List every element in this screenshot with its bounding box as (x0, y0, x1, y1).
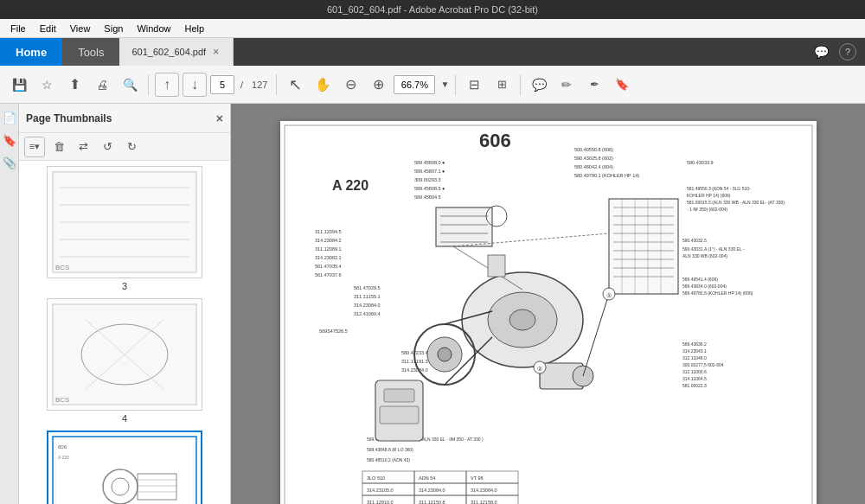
select-tool[interactable]: ↖ (283, 73, 307, 97)
fit-button[interactable]: ⊟ (462, 73, 486, 97)
svg-text:311.12150.8: 311.12150.8 (419, 500, 445, 504)
menu-file[interactable]: File (3, 22, 33, 35)
svg-text:589.45808.0 ●: 589.45808.0 ● (414, 160, 445, 165)
svg-text:599.43848.8 (R LO 360): 599.43848.8 (R LO 360) (367, 447, 413, 452)
svg-text:589.45808.5 ●: 589.45808.5 ● (414, 186, 445, 191)
rotate-button[interactable]: ⊞ (490, 73, 514, 97)
prev-page-button[interactable]: ↑ (155, 73, 179, 97)
hand-tool[interactable]: ✋ (311, 73, 335, 97)
zoom-out-button[interactable]: ⊖ (338, 73, 362, 97)
pdf-area[interactable]: 606 A 220 589.45808.0 ● 589.45807.1 ● 30… (231, 104, 865, 504)
comment-button[interactable]: 💬 (527, 73, 551, 97)
svg-text:590.43025.8 (602): 590.43025.8 (602) (574, 156, 613, 161)
svg-text:314.11064.5: 314.11064.5 (682, 376, 707, 381)
toolbar: 💾 ☆ ⬆ 🖨 🔍 ↑ ↓ 5 / 127 ↖ ✋ ⊖ ⊕ 66.7% ▼ ⊟ … (0, 66, 865, 104)
sep1 (148, 74, 149, 95)
main-area: 📄 🔖 📎 Page Thumbnails × ≡▾ 🗑 ⇄ ↺ ↻ (0, 104, 865, 504)
svg-rect-133 (436, 207, 492, 246)
thumb-label-3: 3 (122, 281, 127, 291)
title-bar-text: 601_602_604.pdf - Adobe Acrobat Pro DC (… (7, 4, 858, 15)
menu-view[interactable]: View (63, 22, 98, 35)
svg-text:314.23084.0: 314.23084.0 (401, 367, 428, 373)
svg-text:581.00022.3: 581.00022.3 (682, 383, 707, 388)
thumb-img-3[interactable]: BCS (47, 166, 202, 278)
svg-text:590.43031.A (1°) - ALN 330 EL : 590.43031.A (1°) - ALN 330 EL - (682, 246, 745, 252)
left-strip-icon-3[interactable]: 📎 (1, 154, 18, 171)
tab-doc[interactable]: 601_602_604.pdf × (119, 38, 234, 66)
menu-help[interactable]: Help (178, 22, 212, 35)
zoom-in-button[interactable]: ⊕ (366, 73, 390, 97)
save-button[interactable]: 💾 (7, 73, 31, 97)
tab-doc-label: 601_602_604.pdf (131, 47, 206, 57)
stamp-button[interactable]: 🔖 (610, 73, 634, 97)
menu-edit[interactable]: Edit (33, 22, 63, 35)
sidebar-replace-button[interactable]: ⇄ (73, 137, 93, 157)
svg-text:589.43834.0 (602-004): 589.43834.0 (602-004) (682, 284, 727, 289)
thumb-3[interactable]: BCS 3 (42, 166, 207, 291)
svg-text:589.43636.2: 589.43636.2 (682, 341, 707, 347)
svg-text:ADN 54: ADN 54 (419, 475, 435, 481)
tab-home[interactable]: Home (0, 38, 62, 66)
svg-text:311.12158.0: 311.12158.0 (471, 500, 497, 504)
svg-text:589.45807.1 ●: 589.45807.1 ● (414, 169, 445, 174)
tab-tools[interactable]: Tools (62, 38, 119, 66)
upload-button[interactable]: ⬆ (62, 73, 86, 97)
page-total: 127 (252, 80, 267, 90)
tab-doc-close[interactable]: × (211, 44, 221, 60)
sidebar-content: BCS 3 BCS 4 (19, 161, 230, 504)
sidebar: Page Thumbnails × ≡▾ 🗑 ⇄ ↺ ↻ (19, 104, 231, 504)
chat-icon[interactable]: 💬 (811, 41, 832, 62)
svg-text:606: 606 (479, 130, 511, 151)
svg-text:561.47029.5: 561.47029.5 (354, 285, 381, 290)
next-page-button[interactable]: ↓ (183, 73, 207, 97)
svg-text:509S47526.5: 509S47526.5 (319, 329, 348, 334)
page-number-input[interactable]: 5 (210, 75, 234, 94)
svg-text:314.23084.2: 314.23084.2 (315, 238, 342, 243)
svg-text:314.23105.0: 314.23105.0 (367, 488, 394, 493)
zoom-input[interactable]: 66.7% (394, 75, 435, 94)
diagram-svg: 606 A 220 589.45808.0 ● 589.45807.1 ● 30… (280, 121, 817, 504)
svg-text:311.12094.5: 311.12094.5 (315, 229, 342, 234)
help-icon[interactable]: ? (839, 43, 856, 61)
left-strip-icon-1[interactable]: 📄 (1, 109, 18, 126)
thumb-label-4: 4 (122, 413, 127, 424)
svg-text:312.11000.6: 312.11000.6 (682, 369, 707, 374)
sidebar-close-button[interactable]: × (216, 112, 223, 125)
svg-text:589.49780.8 (KOHLER HP 14) (60: 589.49780.8 (KOHLER HP 14) (606) (682, 290, 753, 296)
svg-rect-168 (488, 255, 505, 277)
svg-point-154 (509, 309, 535, 330)
pdf-page: 606 A 220 589.45808.0 ● 589.45807.1 ● 30… (280, 121, 817, 504)
svg-text:589.49541.4 (606): 589.49541.4 (606) (682, 277, 718, 282)
menu-window[interactable]: Window (130, 22, 177, 35)
svg-text:580.48042.4 (604): 580.48042.4 (604) (574, 164, 613, 169)
thumb-5[interactable]: 606 A 220 BCS 601·602 604·606 (42, 431, 207, 504)
sep2 (276, 74, 277, 95)
svg-text:A 220: A 220 (332, 178, 368, 193)
svg-text:KOHLER HP 14) (606): KOHLER HP 14) (606) (687, 193, 731, 198)
svg-text:314.23043.1: 314.23043.1 (682, 348, 707, 354)
thumb-img-5[interactable]: 606 A 220 BCS 601·602 604·606 (47, 431, 202, 504)
sidebar-redo-button[interactable]: ↻ (121, 137, 142, 157)
pencil-button[interactable]: ✏ (554, 73, 579, 97)
thumb-4[interactable]: BCS 4 (42, 298, 207, 424)
svg-text:309.00293.3: 309.00293.3 (414, 177, 441, 182)
svg-text:- 1 IM 350) (602-004): - 1 IM 350) (602-004) (687, 207, 728, 212)
thumb-img-4[interactable]: BCS (47, 298, 202, 411)
menu-sign[interactable]: Sign (97, 22, 130, 35)
svg-point-157 (438, 348, 452, 361)
star-button[interactable]: ☆ (35, 73, 59, 97)
sidebar-toolbar: ≡▾ 🗑 ⇄ ↺ ↻ (19, 133, 230, 161)
sign-button[interactable]: ✒ (582, 73, 606, 97)
zoom-dropdown[interactable]: ▼ (440, 80, 449, 89)
svg-rect-138 (609, 199, 678, 294)
sidebar-menu-button[interactable]: ≡▾ (24, 137, 45, 157)
left-strip: 📄 🔖 📎 (0, 104, 19, 504)
sidebar-delete-button[interactable]: 🗑 (48, 137, 69, 157)
print-button[interactable]: 🖨 (90, 73, 114, 97)
left-strip-icon-2[interactable]: 🔖 (1, 131, 18, 149)
sidebar-undo-button[interactable]: ↺ (97, 137, 118, 157)
svg-text:311.12910.0: 311.12910.0 (367, 500, 394, 504)
svg-text:581.49550.3 (ADN 54 - 3LG 510-: 581.49550.3 (ADN 54 - 3LG 510- (687, 186, 751, 191)
svg-rect-161 (384, 389, 414, 402)
search-button[interactable]: 🔍 (118, 73, 142, 97)
